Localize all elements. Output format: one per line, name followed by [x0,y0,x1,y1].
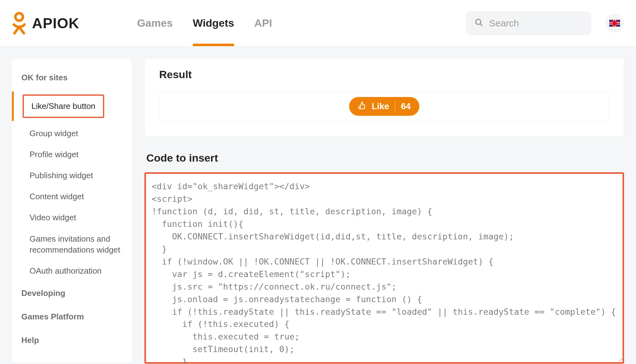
code-section-title: Code to insert [146,152,624,164]
sidebar-item-publishing-widget[interactable]: Publishing widget [12,165,132,186]
thumbs-up-icon [358,101,366,112]
like-count: 64 [401,101,411,111]
ok-logo-icon [12,12,26,35]
page-body: OK for sites Like/Share button Group wid… [0,46,636,364]
sidebar-section-ok-for-sites[interactable]: OK for sites [12,70,132,89]
brand[interactable]: APIOK [12,12,79,35]
sidebar-item-oauth[interactable]: OAuth authorization [12,260,132,281]
result-preview: Like 64 [159,91,609,121]
result-title: Result [159,68,609,81]
sidebar-item-profile-widget[interactable]: Profile widget [12,144,132,165]
sidebar-item-group-widget[interactable]: Group widget [12,123,132,144]
top-nav: Games Widgets API [137,0,458,46]
like-divider [395,101,395,112]
nav-widgets[interactable]: Widgets [193,0,234,46]
sidebar-item-like-share[interactable]: Like/Share button [12,89,132,123]
sidebar-item-games-platform[interactable]: Games Platform [12,305,132,329]
sidebar-item-video-widget[interactable]: Video widget [12,207,132,228]
language-switcher[interactable] [605,14,624,33]
sidebar: OK for sites Like/Share button Group wid… [12,59,132,363]
sidebar-item-content-widget[interactable]: Content widget [12,186,132,207]
main-content: Result Like 64 Code to insert <div id="o… [144,59,624,364]
sidebar-item-developing[interactable]: Developing [12,281,132,305]
svg-point-0 [15,13,23,21]
like-button[interactable]: Like 64 [349,97,419,116]
resize-handle-icon[interactable] [616,356,622,361]
svg-line-2 [480,24,482,25]
uk-flag-icon [609,20,620,27]
like-label: Like [372,101,389,111]
header: APIOK Games Widgets API [0,0,636,46]
sidebar-item-games-invitations[interactable]: Games invitations and recommendations wi… [12,228,132,260]
code-panel[interactable]: <div id="ok_shareWidget"></div> <script>… [144,172,624,364]
result-panel: Result Like 64 [144,59,624,137]
search-input[interactable] [489,18,583,29]
search-icon [475,18,483,28]
code-block[interactable]: <div id="ok_shareWidget"></div> <script>… [152,180,617,364]
brand-text: APIOK [32,15,79,32]
sidebar-item-help[interactable]: Help [12,329,132,352]
nav-games[interactable]: Games [137,0,173,46]
sidebar-item-label: Like/Share button [23,94,104,118]
search-box[interactable] [466,11,591,35]
nav-api[interactable]: API [254,0,272,46]
